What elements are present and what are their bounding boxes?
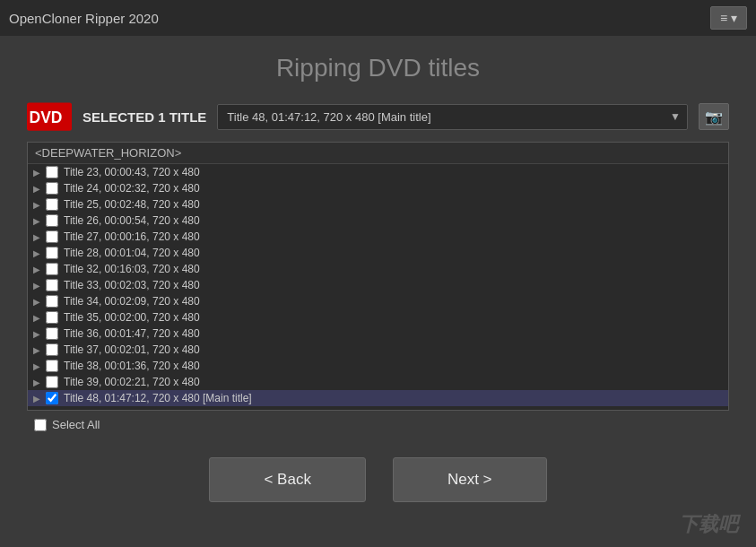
watermark: 下载吧 (679, 511, 738, 538)
select-all-row: Select All (27, 411, 729, 438)
list-item[interactable]: ▶Title 32, 00:16:03, 720 x 480 (28, 261, 728, 277)
title-dropdown-wrapper: Title 48, 01:47:12, 720 x 480 [Main titl… (217, 104, 688, 130)
expand-arrow-icon: ▶ (33, 200, 46, 210)
expand-arrow-icon: ▶ (33, 168, 46, 178)
title-checkbox[interactable] (46, 247, 58, 259)
dvd-logo: DVD (27, 100, 72, 133)
title-text: Title 23, 00:00:43, 720 x 480 (64, 166, 723, 178)
title-text: Title 25, 00:02:48, 720 x 480 (64, 198, 723, 211)
list-item[interactable]: ▶Title 48, 01:47:12, 720 x 480 [Main tit… (28, 390, 728, 406)
title-text: Title 39, 00:02:21, 720 x 480 (64, 376, 723, 388)
title-text: Title 28, 00:01:04, 720 x 480 (64, 247, 723, 259)
select-all-label[interactable]: Select All (52, 418, 100, 431)
title-text: Title 35, 00:02:00, 720 x 480 (64, 311, 723, 324)
selected-label: SELECTED 1 TITLE (83, 109, 206, 125)
expand-arrow-icon: ▶ (33, 345, 46, 355)
camera-icon: 📷 (705, 109, 723, 126)
title-text: Title 34, 00:02:09, 720 x 480 (64, 295, 723, 308)
list-item[interactable]: ▶Title 33, 00:02:03, 720 x 480 (28, 277, 728, 293)
list-item[interactable]: ▶Title 25, 00:02:48, 720 x 480 (28, 196, 728, 213)
expand-arrow-icon: ▶ (33, 265, 46, 274)
list-item[interactable]: ▶Title 35, 00:02:00, 720 x 480 (28, 309, 728, 326)
list-item[interactable]: ▶Title 24, 00:02:32, 720 x 480 (28, 180, 728, 196)
expand-arrow-icon: ▶ (33, 184, 46, 194)
page-heading: Ripping DVD titles (27, 54, 729, 82)
titles-container: <DEEPWATER_HORIZON> ▶Title 23, 00:00:43,… (27, 142, 729, 411)
title-checkbox[interactable] (46, 166, 58, 178)
title-checkbox[interactable] (46, 279, 58, 291)
titles-list[interactable]: ▶Title 23, 00:00:43, 720 x 480▶Title 24,… (28, 164, 728, 408)
app-title: OpenCloner Ripper 2020 (9, 11, 159, 26)
title-checkbox[interactable] (46, 360, 58, 372)
list-item[interactable]: ▶Title 26, 00:00:54, 720 x 480 (28, 213, 728, 229)
title-text: Title 36, 00:01:47, 720 x 480 (64, 327, 723, 340)
expand-arrow-icon: ▶ (33, 281, 46, 291)
expand-arrow-icon: ▶ (33, 216, 46, 226)
expand-arrow-icon: ▶ (33, 248, 46, 258)
expand-arrow-icon: ▶ (33, 394, 46, 404)
selected-title-row: DVD SELECTED 1 TITLE Title 48, 01:47:12,… (27, 100, 729, 133)
list-item[interactable]: ▶Title 38, 00:01:36, 720 x 480 (28, 358, 728, 374)
title-text: Title 32, 00:16:03, 720 x 480 (64, 263, 723, 275)
title-checkbox[interactable] (46, 230, 58, 243)
expand-arrow-icon: ▶ (33, 313, 46, 323)
disc-label: <DEEPWATER_HORIZON> (28, 143, 728, 164)
title-checkbox[interactable] (46, 343, 58, 356)
title-checkbox[interactable] (46, 214, 58, 227)
list-item[interactable]: ▶Title 27, 00:00:16, 720 x 480 (28, 229, 728, 245)
menu-button[interactable]: ≡ ▾ (710, 6, 747, 30)
title-checkbox[interactable] (46, 327, 58, 340)
title-text: Title 38, 00:01:36, 720 x 480 (64, 360, 723, 372)
title-text: Title 24, 00:02:32, 720 x 480 (64, 182, 723, 195)
expand-arrow-icon: ▶ (33, 329, 46, 339)
button-area: < Back Next > (0, 457, 756, 502)
titlebar: OpenCloner Ripper 2020 ≡ ▾ (0, 0, 756, 36)
expand-arrow-icon: ▶ (33, 297, 46, 307)
expand-arrow-icon: ▶ (33, 232, 46, 242)
select-all-checkbox[interactable] (34, 419, 47, 431)
expand-arrow-icon: ▶ (33, 378, 46, 387)
title-text: Title 48, 01:47:12, 720 x 480 [Main titl… (64, 392, 723, 404)
next-button[interactable]: Next > (393, 457, 547, 502)
title-checkbox[interactable] (46, 198, 58, 211)
title-checkbox[interactable] (46, 263, 58, 275)
list-item[interactable]: ▶Title 23, 00:00:43, 720 x 480 (28, 164, 728, 180)
title-text: Title 26, 00:00:54, 720 x 480 (64, 214, 723, 227)
title-dropdown[interactable]: Title 48, 01:47:12, 720 x 480 [Main titl… (217, 104, 688, 130)
title-checkbox[interactable] (46, 311, 58, 324)
list-item[interactable]: ▶Title 34, 00:02:09, 720 x 480 (28, 293, 728, 309)
title-checkbox[interactable] (46, 182, 58, 195)
title-checkbox[interactable] (46, 392, 58, 404)
title-text: Title 37, 00:02:01, 720 x 480 (64, 343, 723, 356)
list-item[interactable]: ▶Title 39, 00:02:21, 720 x 480 (28, 374, 728, 390)
list-item[interactable]: ▶Title 36, 00:01:47, 720 x 480 (28, 326, 728, 342)
title-checkbox[interactable] (46, 295, 58, 308)
title-checkbox[interactable] (46, 376, 58, 388)
list-item[interactable]: ▶Title 37, 00:02:01, 720 x 480 (28, 342, 728, 358)
back-button[interactable]: < Back (209, 457, 365, 502)
title-text: Title 27, 00:00:16, 720 x 480 (64, 230, 723, 243)
svg-text:DVD: DVD (30, 109, 63, 126)
list-item[interactable]: ▶Title 28, 00:01:04, 720 x 480 (28, 245, 728, 261)
expand-arrow-icon: ▶ (33, 361, 46, 371)
snapshot-button[interactable]: 📷 (699, 103, 729, 130)
title-text: Title 33, 00:02:03, 720 x 480 (64, 279, 723, 291)
main-content: Ripping DVD titles DVD SELECTED 1 TITLE … (0, 36, 756, 447)
